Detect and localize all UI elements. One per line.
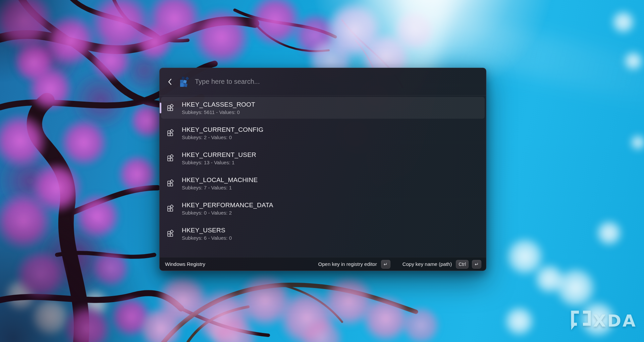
result-subtitle: Subkeys: 7 - Values: 1 bbox=[182, 185, 258, 190]
result-title: HKEY_PERFORMANCE_DATA bbox=[182, 202, 273, 209]
result-row-hkey-current-user[interactable]: HKEY_CURRENT_USER Subkeys: 13 - Values: … bbox=[161, 147, 485, 169]
selection-indicator bbox=[160, 103, 161, 113]
enter-key-badge: ↵ bbox=[381, 260, 390, 269]
back-button[interactable] bbox=[164, 76, 175, 88]
result-title: HKEY_LOCAL_MACHINE bbox=[182, 176, 258, 184]
command-palette-icon bbox=[178, 76, 191, 88]
result-row-hkey-classes-root[interactable]: HKEY_CLASSES_ROOT Subkeys: 5611 - Values… bbox=[161, 97, 485, 119]
result-title: HKEY_CLASSES_ROOT bbox=[182, 101, 255, 108]
registry-key-icon bbox=[166, 104, 175, 112]
chevron-left-icon bbox=[167, 78, 172, 86]
registry-key-icon bbox=[166, 204, 175, 213]
result-subtitle: Subkeys: 6 - Values: 0 bbox=[182, 235, 232, 241]
search-bar bbox=[160, 68, 486, 95]
result-subtitle: Subkeys: 2 - Values: 0 bbox=[182, 134, 263, 140]
result-row-hkey-local-machine[interactable]: HKEY_LOCAL_MACHINE Subkeys: 7 - Values: … bbox=[161, 172, 485, 194]
registry-key-icon bbox=[166, 154, 175, 163]
result-row-hkey-users[interactable]: HKEY_USERS Subkeys: 6 - Values: 0 bbox=[161, 223, 485, 244]
result-title: HKEY_CURRENT_CONFIG bbox=[182, 126, 263, 133]
copy-key-name-button[interactable]: Copy key name (path) bbox=[402, 260, 453, 268]
result-row-hkey-current-config[interactable]: HKEY_CURRENT_CONFIG Subkeys: 2 - Values:… bbox=[161, 122, 485, 144]
registry-key-icon bbox=[166, 129, 175, 137]
status-bar: Windows Registry Open key in registry ed… bbox=[160, 257, 486, 271]
result-subtitle: Subkeys: 13 - Values: 1 bbox=[182, 160, 256, 165]
search-input[interactable] bbox=[195, 78, 480, 86]
xda-logo-watermark: XDA bbox=[568, 308, 641, 333]
result-subtitle: Subkeys: 5611 - Values: 0 bbox=[182, 109, 255, 115]
registry-key-icon bbox=[166, 229, 175, 238]
xda-logo-text: XDA bbox=[593, 311, 637, 331]
registry-key-icon bbox=[166, 179, 175, 188]
result-row-hkey-performance-data[interactable]: HKEY_PERFORMANCE_DATA Subkeys: 0 - Value… bbox=[161, 197, 485, 219]
result-subtitle: Subkeys: 0 - Values: 2 bbox=[182, 210, 273, 216]
plugin-source-label: Windows Registry bbox=[165, 261, 205, 267]
result-title: HKEY_USERS bbox=[182, 227, 232, 234]
command-palette-window: HKEY_CLASSES_ROOT Subkeys: 5611 - Values… bbox=[159, 68, 486, 271]
ctrl-key-badge: Ctrl bbox=[456, 260, 469, 269]
open-in-registry-editor-button[interactable]: Open key in registry editor bbox=[318, 260, 378, 268]
enter-key-badge: ↵ bbox=[472, 260, 481, 269]
result-title: HKEY_CURRENT_USER bbox=[182, 151, 256, 159]
results-list: HKEY_CLASSES_ROOT Subkeys: 5611 - Values… bbox=[160, 96, 486, 257]
